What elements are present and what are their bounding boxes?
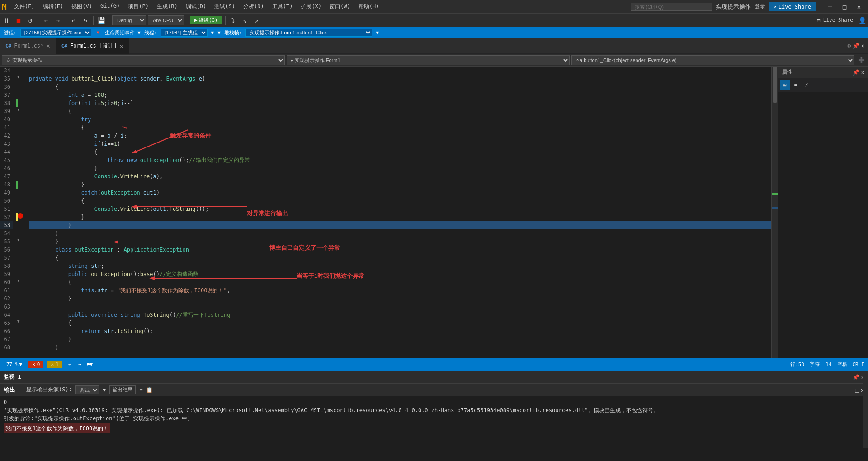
watch-pin-icon[interactable]: 📌 bbox=[853, 374, 859, 380]
warning-count[interactable]: ⚠ 1 bbox=[47, 361, 62, 368]
tab-form1design[interactable]: C# Form1.cs [设计] ✕ bbox=[56, 38, 129, 54]
tab-close-form1cs[interactable]: ✕ bbox=[46, 42, 50, 49]
namespace-select[interactable]: ☆ 实现提示操作 bbox=[2, 55, 285, 65]
tab-form1cs[interactable]: C# Form1.cs* ✕ bbox=[0, 38, 56, 54]
separator-6 bbox=[225, 16, 226, 25]
nav-forward-btn[interactable]: → bbox=[76, 360, 84, 368]
maximize-button[interactable]: □ bbox=[837, 0, 852, 14]
code-line-37: int a = 108; bbox=[29, 91, 771, 99]
menu-extensions[interactable]: 扩展(X) bbox=[297, 2, 325, 11]
close-button[interactable]: ✕ bbox=[852, 0, 866, 14]
user-icon[interactable]: 👤 bbox=[859, 17, 866, 24]
output-result-btn[interactable]: 输出结果 bbox=[109, 385, 136, 394]
search-input[interactable] bbox=[631, 3, 712, 11]
restart-button[interactable]: ↺ bbox=[25, 15, 35, 25]
menu-help[interactable]: 帮助(H) bbox=[355, 2, 383, 11]
pause-button[interactable]: ⏸ bbox=[2, 15, 12, 25]
stop-button[interactable]: ■ bbox=[14, 15, 24, 25]
menu-view[interactable]: 视图(V) bbox=[68, 2, 96, 11]
method-select[interactable]: ⚬a button1_Click(object sender, EventArg… bbox=[571, 55, 854, 65]
panel-pin-icon[interactable]: 📌 bbox=[853, 43, 859, 49]
menu-test[interactable]: 测试(S) bbox=[211, 2, 239, 11]
back-button[interactable]: ← bbox=[41, 15, 51, 25]
output-icon-1[interactable]: ≡ bbox=[139, 387, 142, 393]
nav-warnings-btn[interactable]: ⚑▼ bbox=[86, 360, 94, 368]
undo-button[interactable]: ↩ bbox=[69, 15, 79, 25]
tab-close-form1design[interactable]: ✕ bbox=[119, 43, 123, 50]
output-source-select[interactable]: 调试 生成 bbox=[75, 385, 99, 394]
stack-select[interactable]: 实现提示操作.Form1.button1_Click bbox=[245, 29, 372, 37]
warning-icon: ⚠ bbox=[51, 361, 54, 367]
scrollbar-blue-mark bbox=[772, 207, 778, 209]
process-select[interactable]: [27156] 实现提示操作.exe bbox=[20, 29, 91, 37]
minimize-button[interactable]: ─ bbox=[823, 0, 837, 14]
warning-number: 1 bbox=[56, 361, 59, 367]
output-scrollbar[interactable] bbox=[863, 376, 868, 448]
menu-tools[interactable]: 工具(T) bbox=[269, 2, 297, 11]
live-share-button[interactable]: ↗ Live Share bbox=[769, 2, 816, 11]
output-line-3: 引发的异常:"实现提示操作.outException"(位于 实现提示操作.ex… bbox=[4, 414, 864, 423]
menu-build[interactable]: 生成(B) bbox=[153, 2, 181, 11]
spaces-info: 空格 bbox=[837, 361, 847, 368]
filter-icon[interactable]: ▼ bbox=[211, 30, 214, 36]
live-share-toolbar[interactable]: ⬒ Live Share bbox=[817, 17, 853, 23]
collapse-btn-56[interactable]: ▼ bbox=[17, 238, 19, 242]
properties-title: 属性 bbox=[782, 68, 793, 76]
live-share-label: Live Share bbox=[778, 4, 811, 10]
thread-filter-icon[interactable]: ▼ bbox=[217, 30, 221, 36]
menu-debug[interactable]: 调试(D) bbox=[182, 2, 210, 11]
props-list-btn[interactable]: ≡ bbox=[791, 80, 801, 90]
continue-button[interactable]: ▶ 继续(G) bbox=[190, 16, 222, 24]
code-body[interactable]: private void button1_Click(object sender… bbox=[25, 67, 771, 358]
output-maximize-icon[interactable]: ─ bbox=[849, 386, 853, 394]
menu-edit[interactable]: 编辑(E) bbox=[39, 2, 67, 11]
prop-close-icon[interactable]: ✕ bbox=[861, 69, 864, 76]
menu-file[interactable]: 文件(F) bbox=[10, 2, 38, 11]
menu-git[interactable]: Git(G) bbox=[97, 2, 123, 11]
collapse-btn-64[interactable]: ▼ bbox=[17, 319, 19, 323]
ln-39: 39 bbox=[0, 107, 13, 115]
properties-toolbar: ⊞ ≡ ⚡ bbox=[778, 78, 868, 92]
props-grid-btn[interactable]: ⊞ bbox=[780, 80, 790, 90]
output-icon-2[interactable]: 📋 bbox=[146, 387, 153, 393]
scrollbar-thumb[interactable] bbox=[773, 67, 777, 103]
collapse-btn-40[interactable]: ▼ bbox=[17, 107, 19, 112]
add-method-btn[interactable]: ➕ bbox=[856, 55, 866, 65]
panel-settings-icon[interactable]: ⚙ bbox=[848, 43, 851, 49]
nav-back-btn[interactable]: ← bbox=[66, 360, 74, 368]
props-events-btn[interactable]: ⚡ bbox=[802, 80, 811, 90]
forward-button[interactable]: → bbox=[53, 15, 63, 25]
login-btn[interactable]: 登录 bbox=[755, 3, 765, 10]
redo-button[interactable]: ↪ bbox=[80, 15, 90, 25]
class-select[interactable]: ♦ 实现提示操作.Form1 bbox=[287, 55, 570, 65]
step-over-button[interactable]: ⤵ bbox=[228, 15, 238, 25]
output-content: 0 "实现提示操作.exe"(CLR v4.0.30319: 实现提示操作.ex… bbox=[0, 396, 868, 461]
editor-scrollbar[interactable] bbox=[771, 67, 778, 358]
window-controls: ─ □ ✕ bbox=[823, 0, 866, 14]
separator-1 bbox=[38, 16, 38, 25]
output-restore-icon[interactable]: □ bbox=[855, 386, 859, 394]
save-button[interactable]: 💾 bbox=[96, 15, 106, 25]
thread-select[interactable]: [17984] 主线程 bbox=[161, 29, 208, 37]
menu-project[interactable]: 项目(P) bbox=[124, 2, 152, 11]
process-bar: 进程: [27156] 实现提示操作.exe 🔻 生命周期事件 ▼ 线程: [1… bbox=[0, 27, 868, 38]
app-logo: M bbox=[2, 2, 7, 11]
ln-41: 41 bbox=[0, 124, 13, 132]
step-into-button[interactable]: ↘ bbox=[240, 15, 250, 25]
panel-close-icon[interactable]: ✕ bbox=[861, 43, 864, 49]
debug-config-select[interactable]: Debug Release bbox=[112, 15, 146, 25]
collapse-btn-59[interactable]: ▼ bbox=[17, 278, 19, 283]
menu-window[interactable]: 窗口(W) bbox=[326, 2, 354, 11]
collapse-btn-35[interactable]: ▼ bbox=[17, 75, 19, 79]
step-out-button[interactable]: ↗ bbox=[252, 15, 262, 25]
zoom-control[interactable]: 77 % ▼ bbox=[4, 361, 25, 368]
stack-arrow[interactable]: ▼ bbox=[376, 30, 379, 36]
breakpoint-53[interactable] bbox=[18, 213, 23, 219]
menu-analyze[interactable]: 分析(N) bbox=[240, 2, 268, 11]
error-count[interactable]: ✕ 0 bbox=[28, 361, 43, 368]
prop-pin-icon[interactable]: 📌 bbox=[853, 69, 859, 76]
cpu-config-select[interactable]: Any CPU x64 bbox=[148, 15, 184, 25]
ln-45: 45 bbox=[0, 156, 13, 164]
arrow-icon[interactable]: ▼ bbox=[103, 387, 106, 393]
lifecycle-event[interactable]: 生命周期事件 ▼ bbox=[105, 29, 141, 36]
